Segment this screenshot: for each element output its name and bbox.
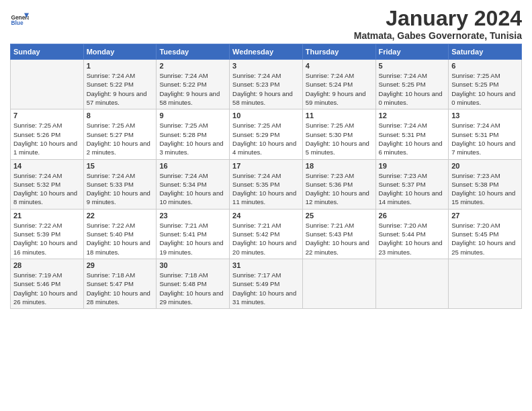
sunset: Sunset: 5:25 PM (451, 81, 498, 88)
daylight: Daylight: 10 hours and 7 minutes. (451, 140, 515, 156)
sunrise: Sunrise: 7:25 AM (13, 122, 62, 129)
day-info: Sunrise: 7:25 AM Sunset: 5:26 PM Dayligh… (13, 121, 81, 156)
page-subtitle: Matmata, Gabes Governorate, Tunisia (354, 30, 522, 41)
day-number: 26 (379, 212, 446, 220)
daylight: Daylight: 9 hours and 58 minutes. (159, 90, 220, 106)
day-number: 22 (87, 212, 154, 220)
sunset: Sunset: 5:40 PM (87, 230, 134, 238)
sunrise: Sunrise: 7:23 AM (451, 172, 500, 179)
daylight: Daylight: 10 hours and 5 minutes. (306, 140, 369, 156)
day-number: 12 (379, 111, 446, 120)
sunset: Sunset: 5:48 PM (159, 280, 206, 287)
daylight: Daylight: 10 hours and 12 minutes. (306, 189, 369, 205)
daylight: Daylight: 9 hours and 58 minutes. (232, 90, 293, 106)
sunset: Sunset: 5:32 PM (13, 181, 60, 188)
daylight: Daylight: 10 hours and 8 minutes. (13, 189, 77, 205)
daylight: Daylight: 10 hours and 25 minutes. (451, 239, 515, 255)
day-info: Sunrise: 7:21 AM Sunset: 5:41 PM Dayligh… (159, 221, 226, 257)
page-container: General Blue January 2024 Matmata, Gabes… (0, 0, 532, 316)
col-friday: Friday (375, 44, 449, 60)
sunset: Sunset: 5:42 PM (232, 230, 279, 238)
sunrise: Sunrise: 7:21 AM (159, 222, 208, 229)
daylight: Daylight: 10 hours and 11 minutes. (232, 189, 296, 205)
day-info: Sunrise: 7:24 AM Sunset: 5:33 PM Dayligh… (87, 171, 154, 207)
sunset: Sunset: 5:31 PM (379, 131, 426, 138)
table-row (302, 259, 375, 308)
daylight: Daylight: 10 hours and 22 minutes. (306, 239, 369, 255)
sunrise: Sunrise: 7:25 AM (306, 122, 354, 129)
daylight: Daylight: 10 hours and 18 minutes. (87, 239, 150, 255)
day-info: Sunrise: 7:18 AM Sunset: 5:48 PM Dayligh… (159, 271, 226, 306)
sunrise: Sunrise: 7:24 AM (159, 172, 208, 179)
sunset: Sunset: 5:24 PM (306, 81, 353, 88)
sunset: Sunset: 5:43 PM (306, 230, 353, 238)
day-number: 11 (306, 111, 373, 120)
day-number: 1 (87, 62, 154, 70)
day-number: 31 (232, 261, 300, 269)
day-info: Sunrise: 7:24 AM Sunset: 5:25 PM Dayligh… (379, 71, 446, 107)
calendar-header-row: Sunday Monday Tuesday Wednesday Thursday… (11, 44, 522, 60)
daylight: Daylight: 10 hours and 9 minutes. (87, 189, 150, 205)
sunset: Sunset: 5:29 PM (232, 131, 279, 138)
sunset: Sunset: 5:33 PM (87, 181, 134, 188)
day-info: Sunrise: 7:20 AM Sunset: 5:45 PM Dayligh… (451, 221, 519, 257)
day-number: 4 (306, 62, 373, 70)
daylight: Daylight: 10 hours and 31 minutes. (232, 289, 296, 306)
sunset: Sunset: 5:22 PM (159, 81, 206, 88)
sunset: Sunset: 5:23 PM (232, 81, 279, 88)
sunset: Sunset: 5:47 PM (87, 280, 134, 287)
daylight: Daylight: 10 hours and 0 minutes. (451, 90, 515, 106)
sunrise: Sunrise: 7:22 AM (87, 222, 135, 229)
daylight: Daylight: 10 hours and 6 minutes. (379, 140, 443, 156)
table-row: 1 Sunrise: 7:24 AM Sunset: 5:22 PM Dayli… (83, 60, 157, 109)
title-block: January 2024 Matmata, Gabes Governorate,… (354, 7, 522, 41)
daylight: Daylight: 10 hours and 20 minutes. (232, 239, 296, 255)
sunset: Sunset: 5:27 PM (87, 131, 134, 138)
table-row (449, 259, 522, 308)
daylight: Daylight: 10 hours and 29 minutes. (159, 289, 223, 306)
day-info: Sunrise: 7:21 AM Sunset: 5:42 PM Dayligh… (232, 221, 300, 257)
day-number: 16 (159, 162, 226, 170)
daylight: Daylight: 10 hours and 3 minutes. (159, 140, 223, 156)
sunset: Sunset: 5:45 PM (451, 230, 498, 238)
table-row: 27 Sunrise: 7:20 AM Sunset: 5:45 PM Dayl… (449, 209, 522, 259)
table-row: 26 Sunrise: 7:20 AM Sunset: 5:44 PM Dayl… (375, 209, 449, 259)
sunset: Sunset: 5:22 PM (87, 81, 134, 88)
sunrise: Sunrise: 7:25 AM (87, 122, 135, 129)
day-info: Sunrise: 7:24 AM Sunset: 5:24 PM Dayligh… (306, 71, 373, 107)
table-row: 11 Sunrise: 7:25 AM Sunset: 5:30 PM Dayl… (302, 109, 375, 159)
day-number: 10 (232, 111, 300, 120)
sunset: Sunset: 5:39 PM (13, 230, 60, 238)
sunrise: Sunrise: 7:24 AM (379, 122, 427, 129)
day-info: Sunrise: 7:24 AM Sunset: 5:22 PM Dayligh… (159, 71, 226, 107)
table-row: 4 Sunrise: 7:24 AM Sunset: 5:24 PM Dayli… (302, 60, 375, 109)
table-row: 5 Sunrise: 7:24 AM Sunset: 5:25 PM Dayli… (375, 60, 449, 109)
table-row: 22 Sunrise: 7:22 AM Sunset: 5:40 PM Dayl… (83, 209, 157, 259)
day-info: Sunrise: 7:25 AM Sunset: 5:25 PM Dayligh… (451, 71, 519, 107)
table-row: 29 Sunrise: 7:18 AM Sunset: 5:47 PM Dayl… (83, 259, 157, 308)
sunrise: Sunrise: 7:18 AM (87, 271, 135, 279)
table-row: 6 Sunrise: 7:25 AM Sunset: 5:25 PM Dayli… (449, 60, 522, 109)
table-row: 8 Sunrise: 7:25 AM Sunset: 5:27 PM Dayli… (83, 109, 157, 159)
day-info: Sunrise: 7:22 AM Sunset: 5:39 PM Dayligh… (13, 221, 81, 257)
day-number: 7 (13, 111, 81, 120)
calendar-week-row: 7 Sunrise: 7:25 AM Sunset: 5:26 PM Dayli… (11, 109, 522, 159)
daylight: Daylight: 10 hours and 2 minutes. (87, 140, 150, 156)
day-number: 8 (87, 111, 154, 120)
day-number: 30 (159, 261, 226, 269)
day-number: 13 (451, 111, 519, 120)
day-info: Sunrise: 7:24 AM Sunset: 5:32 PM Dayligh… (13, 171, 81, 207)
sunrise: Sunrise: 7:18 AM (159, 271, 208, 279)
daylight: Daylight: 9 hours and 57 minutes. (87, 90, 147, 106)
sunset: Sunset: 5:46 PM (13, 280, 60, 287)
table-row (11, 60, 84, 109)
day-info: Sunrise: 7:23 AM Sunset: 5:38 PM Dayligh… (451, 171, 519, 207)
sunrise: Sunrise: 7:24 AM (159, 72, 208, 79)
daylight: Daylight: 10 hours and 23 minutes. (379, 239, 443, 255)
day-number: 19 (379, 162, 446, 170)
sunrise: Sunrise: 7:24 AM (87, 72, 135, 79)
day-number: 14 (13, 162, 81, 170)
day-info: Sunrise: 7:23 AM Sunset: 5:36 PM Dayligh… (306, 171, 373, 207)
sunrise: Sunrise: 7:24 AM (306, 72, 354, 79)
table-row: 14 Sunrise: 7:24 AM Sunset: 5:32 PM Dayl… (11, 159, 84, 209)
